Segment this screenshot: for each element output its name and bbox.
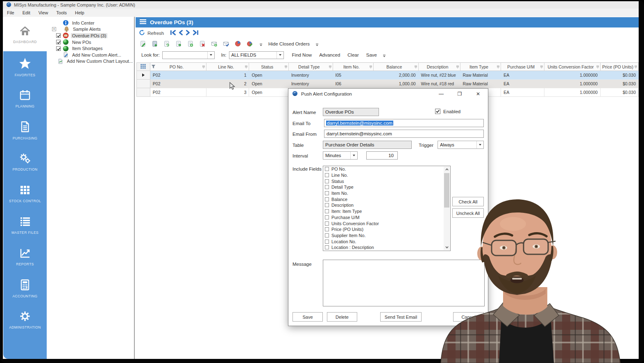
field-checkbox[interactable] xyxy=(325,221,329,226)
clear-button[interactable]: Clear xyxy=(345,53,361,57)
field-checkbox[interactable] xyxy=(325,197,329,201)
column-pin-icon[interactable] xyxy=(369,65,372,70)
add-record-icon[interactable] xyxy=(187,41,194,48)
grid-cell[interactable]: 1.000000 xyxy=(544,80,601,88)
first-record-icon[interactable] xyxy=(170,30,177,37)
grid-cell[interactable]: I05 xyxy=(333,71,374,80)
tree-item-item-shortages[interactable]: Item Shortages xyxy=(47,45,134,52)
field-checkbox[interactable] xyxy=(325,191,329,195)
grid-cell[interactable]: Raw Material xyxy=(460,80,501,88)
sidebar-item-planning[interactable]: PLANNING xyxy=(3,83,47,114)
column-pin-icon[interactable] xyxy=(456,65,459,70)
include-fields-list[interactable]: PO No.Line No.StatusDetail TypeItem No.B… xyxy=(323,166,451,251)
save-search-button[interactable]: Save xyxy=(364,53,379,57)
sidebar-item-accounting[interactable]: ACCOUNTING xyxy=(3,272,47,304)
column-header-status[interactable]: Status xyxy=(249,63,288,71)
include-field-option[interactable]: Supplier Item No. xyxy=(323,233,450,239)
menu-help[interactable]: Help xyxy=(71,9,88,16)
grid-cell[interactable]: Wire nut, #18 red xyxy=(418,80,460,88)
field-checkbox[interactable] xyxy=(325,209,329,213)
column-header-description[interactable]: Description xyxy=(418,63,460,71)
last-record-icon[interactable] xyxy=(192,30,199,37)
grid-cell[interactable]: Open xyxy=(249,80,288,88)
find-now-button[interactable]: Find Now xyxy=(290,53,315,57)
grid-cell[interactable]: Open xyxy=(249,88,288,97)
column-pin-icon[interactable] xyxy=(634,65,637,70)
scroll-up-icon[interactable] xyxy=(444,167,450,172)
include-field-option[interactable]: Detail Type xyxy=(323,184,450,190)
grid-cell[interactable]: P02 xyxy=(150,80,206,88)
grid-cell[interactable]: 1.000000 xyxy=(544,88,601,97)
grid-cell[interactable]: 1,000.00 xyxy=(374,80,418,88)
field-checkbox[interactable] xyxy=(325,227,329,231)
column-pin-icon[interactable] xyxy=(202,65,205,70)
column-header-balance[interactable]: Balance xyxy=(374,63,418,71)
field-checkbox[interactable] xyxy=(325,240,329,244)
advanced-button[interactable]: Advanced xyxy=(317,53,342,57)
refresh-icon[interactable] xyxy=(139,30,145,37)
grid-cell[interactable]: I06 xyxy=(333,80,374,88)
look-for-input[interactable] xyxy=(162,51,215,59)
grid-cell[interactable]: $0.030 xyxy=(600,88,638,97)
field-checkbox[interactable] xyxy=(325,179,329,183)
new-record-icon[interactable] xyxy=(152,41,159,48)
grid-cell[interactable]: Inventory xyxy=(288,71,333,80)
email-from-input[interactable] xyxy=(324,130,484,138)
sidebar-item-administration[interactable]: ADMINISTRATION xyxy=(3,304,47,336)
tree-expander-icon[interactable]: + xyxy=(52,27,56,31)
grid-cell[interactable]: $0.030 xyxy=(600,71,638,80)
grid-cell[interactable]: 3 xyxy=(206,88,249,97)
tree-item-overdue-pos[interactable]: Overdue POs (3) xyxy=(47,32,134,39)
column-pin-icon[interactable] xyxy=(540,65,543,70)
filter-icon[interactable] xyxy=(151,64,156,70)
tree-checkbox[interactable] xyxy=(56,33,61,38)
edit-record-icon[interactable] xyxy=(140,41,147,48)
grid-cell[interactable]: 1.000000 xyxy=(544,71,601,80)
maximize-icon[interactable]: ❐ xyxy=(454,90,466,98)
include-field-option[interactable]: Location : Description xyxy=(323,244,450,251)
column-header-line-no-[interactable]: Line No. xyxy=(206,63,249,71)
pie-chart-icon[interactable] xyxy=(235,41,242,48)
remove-record-icon[interactable] xyxy=(199,41,206,48)
include-field-option[interactable]: Status xyxy=(323,178,450,184)
column-header-item-type[interactable]: Item Type xyxy=(460,63,501,71)
include-field-option[interactable]: Purchase U/M xyxy=(323,215,450,221)
grid-cell[interactable]: 1 xyxy=(206,71,249,80)
export-record-icon[interactable] xyxy=(175,41,182,48)
grid-cell[interactable]: 2 xyxy=(206,80,249,88)
column-header-item-no-[interactable]: Item No. xyxy=(333,63,374,71)
column-pin-icon[interactable] xyxy=(329,65,332,70)
sidebar-item-favorites[interactable]: FAVORITES xyxy=(3,51,47,83)
alert-name-input[interactable] xyxy=(323,108,379,116)
column-pin-icon[interactable] xyxy=(414,65,417,70)
grid-cell[interactable]: Raw Material xyxy=(460,71,501,80)
table-input[interactable] xyxy=(323,141,412,149)
table-row[interactable]: P021OpenInventoryI052,000.00Wire nut, #2… xyxy=(137,71,639,80)
minimize-icon[interactable]: — xyxy=(435,90,447,98)
grid-cell[interactable]: Open xyxy=(249,71,288,80)
search-overflow-icon[interactable] xyxy=(383,55,386,58)
prev-record-icon[interactable] xyxy=(178,30,184,37)
sidebar-item-reports[interactable]: REPORTS xyxy=(3,241,47,272)
include-field-option[interactable]: Location No. xyxy=(323,238,450,244)
chevron-down-icon[interactable] xyxy=(350,152,357,159)
column-header-purchase-u-m[interactable]: Purchase U/M xyxy=(501,63,544,71)
field-checkbox[interactable] xyxy=(325,203,329,207)
tree-item-sample-alerts[interactable]: +Sample Alerts xyxy=(47,26,134,33)
column-header-price-po-units-[interactable]: Price (PO Units) xyxy=(600,63,638,71)
grid-cell[interactable]: P02 xyxy=(150,71,206,80)
toolbar-overflow-icon[interactable] xyxy=(259,43,263,47)
column-pin-icon[interactable] xyxy=(497,65,500,70)
column-header-units-conversion-factor[interactable]: Units Conversion Factor xyxy=(544,63,601,71)
tree-checkbox[interactable] xyxy=(56,46,61,51)
tree-item-add-custom-alert[interactable]: Add New Custom Alert... xyxy=(47,52,134,58)
tree-item-info-center[interactable]: Info Center xyxy=(47,20,134,26)
refresh-data-icon[interactable] xyxy=(163,41,170,48)
refresh-label[interactable]: Refresh xyxy=(147,31,164,36)
chevron-down-icon[interactable] xyxy=(476,141,483,148)
column-header-po-no-[interactable]: PO No. xyxy=(150,63,206,71)
column-pin-icon[interactable] xyxy=(284,65,288,70)
field-checkbox[interactable] xyxy=(325,185,329,189)
enabled-checkbox[interactable] xyxy=(435,109,440,114)
in-field-select[interactable]: ALL FIELDS xyxy=(229,51,284,59)
